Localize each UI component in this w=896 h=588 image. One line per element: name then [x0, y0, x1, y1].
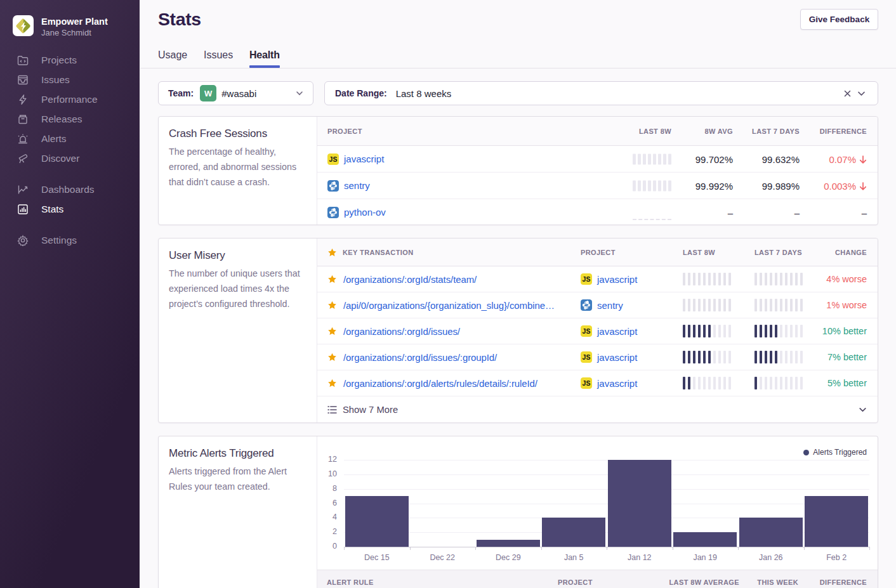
- svg-text:JS: JS: [583, 327, 591, 335]
- svg-text:JS: JS: [583, 379, 591, 387]
- svg-text:JS: JS: [583, 275, 591, 283]
- svg-text:JS: JS: [329, 155, 338, 163]
- svg-text:JS: JS: [583, 353, 591, 361]
